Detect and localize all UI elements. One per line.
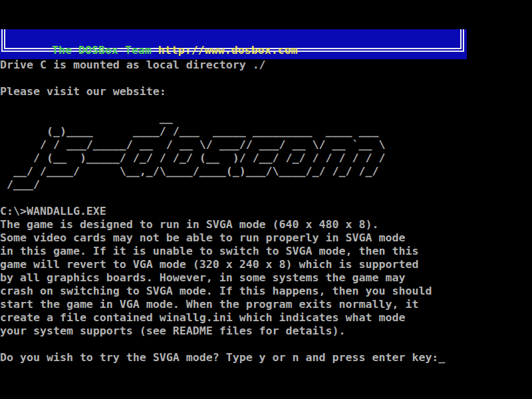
banner-text: The DOSBox Team http://www.dosbox.com bbox=[12, 33, 298, 46]
website-message: Please visit our website: bbox=[0, 85, 532, 98]
dosbox-screen[interactable]: The DOSBox Team http://www.dosbox.com Dr… bbox=[0, 0, 532, 399]
jsdos-ascii-logo-line: (_)____ ____/ /___ _____ _________ ____ … bbox=[0, 125, 532, 138]
jsdos-ascii-logo-line: / / ___/_____/ __ / __ \/ ___// ___/ __ … bbox=[0, 138, 532, 152]
program-output-line: crash on switching to SVGA mode. If this… bbox=[0, 285, 532, 298]
blank-line bbox=[0, 338, 532, 351]
program-output-line: start the game in VGA mode. When the pro… bbox=[0, 298, 532, 311]
jsdos-ascii-logo-line: /___/ bbox=[0, 178, 532, 192]
dosbox-url-text: http://www.dosbox.com bbox=[158, 44, 298, 57]
dosbox-banner: The DOSBox Team http://www.dosbox.com bbox=[0, 29, 467, 59]
program-output-line: in this game. If it is unable to switch … bbox=[0, 245, 532, 258]
blank-line bbox=[0, 192, 532, 205]
svga-question-input-line[interactable]: Do you wish to try the SVGA mode? Type y… bbox=[0, 351, 532, 364]
command-prompt-line: C:\>WANDALLG.EXE bbox=[0, 205, 532, 218]
text-cursor[interactable]: _ bbox=[438, 351, 445, 364]
program-output-line: create a file contained winallg.ini whic… bbox=[0, 311, 532, 325]
mount-message: Drive C is mounted as local directory ./ bbox=[0, 59, 532, 72]
jsdos-ascii-logo-line: __ bbox=[0, 112, 532, 125]
program-output-line: Some video cards may not be able to run … bbox=[0, 231, 532, 245]
program-output-line: your system supports (see README files f… bbox=[0, 325, 532, 338]
blank-line bbox=[0, 72, 532, 85]
jsdos-ascii-logo-line: __/ /____/ \__,_/\____/____(_)___/\____/… bbox=[0, 165, 532, 178]
program-output-line: game will revert to VGA mode (320 x 240 … bbox=[0, 258, 532, 271]
jsdos-ascii-logo-line: / (__ )_____/ /_/ / /_/ (__ )/ /__/ /_/ … bbox=[0, 152, 532, 165]
blank-line bbox=[0, 98, 532, 112]
console-output: Drive C is mounted as local directory ./… bbox=[0, 59, 532, 364]
svga-question-text: Do you wish to try the SVGA mode? Type y… bbox=[0, 351, 438, 364]
program-output-line: by all graphics boards. However, in some… bbox=[0, 271, 532, 285]
program-output-line: The game is designed to run in SVGA mode… bbox=[0, 218, 532, 231]
dosbox-team-label: The DOSBox Team bbox=[52, 44, 158, 57]
